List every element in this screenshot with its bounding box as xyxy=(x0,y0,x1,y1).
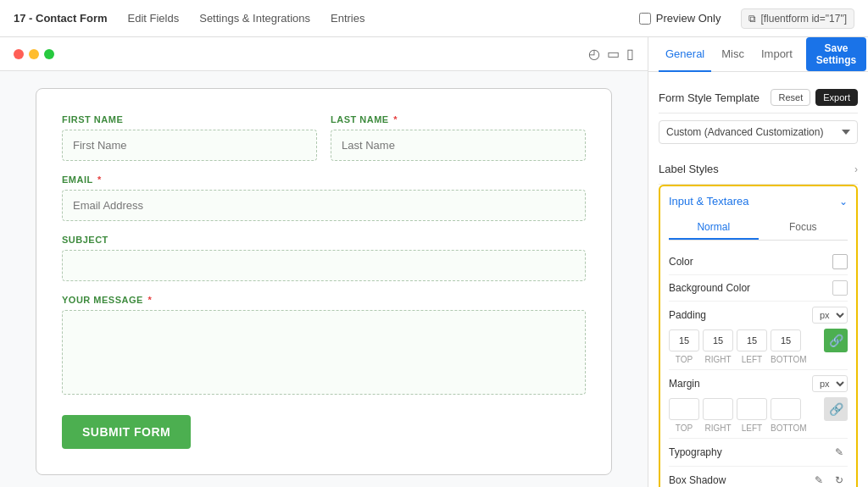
form-style-select[interactable]: Custom (Advanced Customization) xyxy=(659,120,858,144)
padding-link-button[interactable]: 🔗 xyxy=(824,329,848,352)
label-styles-label: Label Styles xyxy=(659,163,719,175)
margin-right-input[interactable] xyxy=(703,398,733,420)
margin-link-button[interactable]: 🔗 xyxy=(824,397,848,421)
box-shadow-edit-icon[interactable]: ✎ xyxy=(810,472,827,487)
required-star-message: * xyxy=(147,295,152,305)
device-icons: ◴ ▭ ▯ xyxy=(588,46,634,62)
window-chrome: ◴ ▭ ▯ xyxy=(0,37,648,71)
form-preview-area: FIRST NAME LAST NAME * xyxy=(0,71,648,487)
margin-top-input[interactable] xyxy=(669,398,699,420)
background-color-row: Background Color xyxy=(669,275,848,302)
label-first-name: FIRST NAME xyxy=(62,114,317,125)
label-bottom: BOTTOM xyxy=(771,355,801,364)
form-row-email: EMAIL * xyxy=(62,174,586,221)
mobile-icon[interactable]: ▯ xyxy=(626,46,634,62)
background-color-swatch[interactable] xyxy=(832,280,848,296)
form-row-message: YOUR MESSAGE * xyxy=(62,295,586,395)
margin-bottom-input[interactable] xyxy=(771,398,801,420)
input-textarea-section: Input & Textarea ⌄ Normal Focus Color Ba… xyxy=(659,185,858,487)
dot-red xyxy=(14,49,24,59)
form-group-email: EMAIL * xyxy=(62,174,586,221)
form-group-subject: SUBJECT xyxy=(62,235,586,281)
input-email[interactable] xyxy=(62,190,586,221)
padding-label: Padding xyxy=(669,309,706,321)
input-textarea-header[interactable]: Input & Textarea ⌄ xyxy=(669,195,848,208)
form-style-actions: Reset Export xyxy=(771,89,858,106)
box-shadow-row: Box Shadow ✎ ↻ xyxy=(669,467,848,487)
margin-unit-select[interactable]: px xyxy=(812,375,848,392)
form-panel: ◴ ▭ ▯ FIRST NAME LAST NAME xyxy=(0,37,648,487)
tab-focus[interactable]: Focus xyxy=(759,216,849,240)
reset-button[interactable]: Reset xyxy=(771,89,810,106)
margin-label: Margin xyxy=(669,378,700,390)
label-right: RIGHT xyxy=(703,355,733,364)
margin-row: Margin px xyxy=(669,370,848,439)
input-first-name[interactable] xyxy=(62,130,317,161)
form-style-template-section: Form Style Template Reset Export Custom … xyxy=(659,82,858,144)
label-styles-chevron-icon: › xyxy=(854,163,858,175)
color-row: Color xyxy=(669,249,848,275)
dot-green xyxy=(44,49,54,59)
padding-left-input[interactable] xyxy=(737,329,767,351)
padding-inputs xyxy=(669,329,821,351)
preview-only-label[interactable]: Preview Only xyxy=(639,12,721,25)
label-email: EMAIL * xyxy=(62,174,586,185)
box-shadow-label: Box Shadow xyxy=(669,474,726,486)
tab-general[interactable]: General xyxy=(659,37,711,72)
nav-entries[interactable]: Entries xyxy=(331,2,364,35)
input-textarea-chevron-icon: ⌄ xyxy=(839,196,848,208)
box-shadow-actions: ✎ ↻ xyxy=(810,472,848,487)
typography-row: Typography ✎ xyxy=(669,439,848,467)
label-last-name: LAST NAME * xyxy=(331,114,586,125)
export-button[interactable]: Export xyxy=(815,89,858,106)
form-group-first-name: FIRST NAME xyxy=(62,114,317,161)
required-star: * xyxy=(393,114,398,125)
padding-right-input[interactable] xyxy=(703,329,733,351)
form-group-message: YOUR MESSAGE * xyxy=(62,295,586,395)
tablet-icon[interactable]: ▭ xyxy=(607,46,620,62)
nav-settings-integrations[interactable]: Settings & Integrations xyxy=(199,2,310,35)
background-color-label: Background Color xyxy=(669,282,750,294)
textarea-message[interactable] xyxy=(62,310,586,395)
form-group-last-name: LAST NAME * xyxy=(331,114,586,161)
save-settings-button[interactable]: Save Settings xyxy=(806,37,866,71)
padding-top-input[interactable] xyxy=(669,329,699,351)
padding-label-row: Padding px xyxy=(669,307,848,324)
desktop-icon[interactable]: ◴ xyxy=(588,46,600,62)
settings-panel: General Misc Import Save Settings Form S… xyxy=(648,37,868,487)
input-subject[interactable] xyxy=(62,250,586,281)
shortcode-icon: ⧉ xyxy=(748,13,756,25)
margin-label-row: Margin px xyxy=(669,375,848,392)
settings-tabs: General Misc Import Save Settings xyxy=(648,37,868,72)
style-tabs: Normal Focus xyxy=(669,216,848,241)
tab-import[interactable]: Import xyxy=(754,37,799,72)
input-last-name[interactable] xyxy=(331,130,586,161)
nav-edit-fields[interactable]: Edit Fields xyxy=(128,2,180,35)
padding-row: Padding px xyxy=(669,302,848,370)
form-row-subject: SUBJECT xyxy=(62,235,586,281)
box-shadow-reset-icon[interactable]: ↻ xyxy=(831,472,848,487)
form-row-name: FIRST NAME LAST NAME * xyxy=(62,114,586,161)
padding-unit-select[interactable]: px xyxy=(812,307,848,324)
required-star-email: * xyxy=(97,174,102,185)
tab-normal[interactable]: Normal xyxy=(669,216,759,240)
typography-edit-icon[interactable]: ✎ xyxy=(831,444,848,461)
margin-left-input[interactable] xyxy=(737,398,767,420)
color-label: Color xyxy=(669,256,693,268)
color-swatch[interactable] xyxy=(832,254,848,269)
label-subject: SUBJECT xyxy=(62,235,586,245)
padding-bottom-input[interactable] xyxy=(771,329,801,351)
shortcode-badge[interactable]: ⧉ [fluentform id="17"] xyxy=(741,8,854,29)
preview-only-checkbox[interactable] xyxy=(639,13,651,25)
main-layout: ◴ ▭ ▯ FIRST NAME LAST NAME xyxy=(0,37,868,487)
tab-misc[interactable]: Misc xyxy=(715,37,751,72)
form-title: 17 - Contact Form xyxy=(14,12,108,25)
label-message: YOUR MESSAGE * xyxy=(62,295,586,305)
window-dots xyxy=(14,49,54,59)
typography-label: Typography xyxy=(669,446,722,458)
label-styles-row[interactable]: Label Styles › xyxy=(659,154,858,185)
top-nav: 17 - Contact Form Edit Fields Settings &… xyxy=(0,0,868,37)
submit-button[interactable]: SUBMIT FORM xyxy=(62,415,191,449)
form-style-template-label: Form Style Template xyxy=(659,91,760,104)
settings-content: Form Style Template Reset Export Custom … xyxy=(648,72,868,487)
